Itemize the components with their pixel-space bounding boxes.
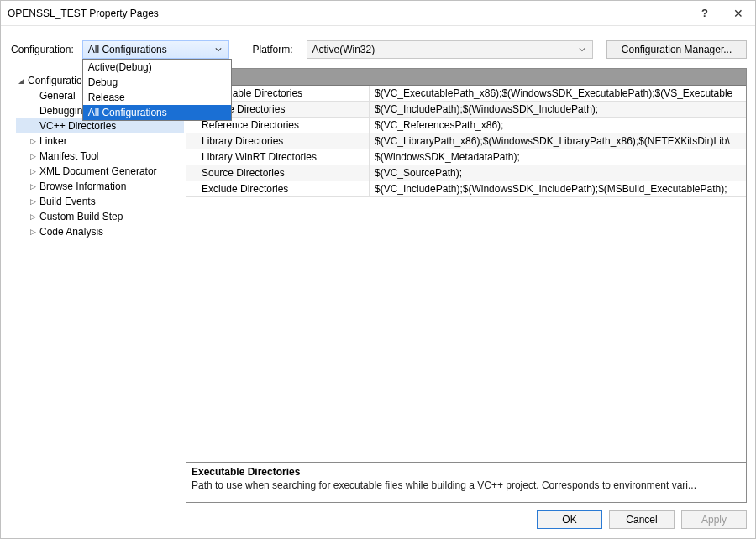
dialog-footer: OK Cancel Apply bbox=[1, 508, 755, 538]
expand-icon[interactable]: ▷ bbox=[28, 197, 38, 206]
description-panel: Executable Directories Path to use when … bbox=[186, 462, 746, 502]
grid-row[interactable]: Exclude Directories $(VC_IncludePath);$(… bbox=[186, 181, 746, 197]
group-header: Geneal bbox=[186, 69, 746, 86]
prop-name: Exclude Directories bbox=[186, 181, 370, 196]
prop-value[interactable]: $(VC_SourcePath); bbox=[370, 165, 746, 181]
prop-value[interactable]: $(VC_IncludePath);$(WindowsSDK_IncludePa… bbox=[370, 181, 746, 196]
property-pages-window: OPENSSL_TEST Property Pages ? ✕ Configur… bbox=[0, 0, 756, 539]
prop-value[interactable]: $(VC_IncludePath);$(WindowsSDK_IncludePa… bbox=[370, 102, 746, 117]
expand-icon[interactable]: ▷ bbox=[28, 228, 38, 236]
tree-item-build-events[interactable]: ▷Build Events bbox=[16, 194, 186, 209]
window-title: OPENSSL_TEST Property Pages bbox=[8, 8, 688, 19]
prop-name: Source Directories bbox=[186, 165, 370, 181]
title-bar: OPENSSL_TEST Property Pages ? ✕ bbox=[1, 1, 755, 26]
expand-icon[interactable]: ▷ bbox=[28, 182, 38, 191]
configuration-combo[interactable]: All Configurations Active(Debug) Debug R… bbox=[82, 40, 229, 59]
help-button[interactable]: ? bbox=[688, 1, 722, 26]
body: ◢ Configuration Properties General Debug… bbox=[1, 68, 755, 508]
configuration-value: All Configurations bbox=[88, 44, 167, 55]
description-title: Executable Directories bbox=[192, 466, 741, 478]
ok-button[interactable]: OK bbox=[537, 510, 602, 529]
expand-icon[interactable]: ▷ bbox=[28, 137, 38, 145]
platform-combo[interactable]: Active(Win32) bbox=[307, 40, 594, 59]
expand-icon[interactable]: ▷ bbox=[28, 152, 38, 160]
configuration-label: Configuration: bbox=[9, 44, 76, 55]
expand-icon[interactable]: ▷ bbox=[28, 212, 38, 221]
grid-row[interactable]: Source Directories $(VC_SourcePath); bbox=[186, 165, 746, 181]
prop-value[interactable]: $(VC_LibraryPath_x86);$(WindowsSDK_Libra… bbox=[370, 133, 746, 149]
tree-item-xml-doc-gen[interactable]: ▷XML Document Generator bbox=[16, 164, 186, 179]
cancel-button[interactable]: Cancel bbox=[609, 510, 675, 529]
grid-row[interactable]: Include Directories $(VC_IncludePath);$(… bbox=[186, 102, 746, 118]
collapse-icon[interactable]: ◢ bbox=[16, 76, 26, 85]
properties-panel: Geneal Executable Directories $(VC_Execu… bbox=[186, 68, 747, 503]
grid-row[interactable]: Executable Directories $(VC_ExecutablePa… bbox=[186, 86, 746, 102]
configuration-option[interactable]: Active(Debug) bbox=[83, 60, 231, 75]
prop-name: Library WinRT Directories bbox=[186, 149, 370, 165]
grid-row[interactable]: Library WinRT Directories $(WindowsSDK_M… bbox=[186, 149, 746, 165]
configuration-option[interactable]: Debug bbox=[83, 75, 231, 90]
tree-item-browse-info[interactable]: ▷Browse Information bbox=[16, 179, 186, 194]
configuration-option[interactable]: Release bbox=[83, 90, 231, 105]
grid-row[interactable]: Library Directories $(VC_LibraryPath_x86… bbox=[186, 133, 746, 149]
prop-value[interactable]: $(VC_ExecutablePath_x86);$(WindowsSDK_Ex… bbox=[370, 86, 746, 101]
config-bar: Configuration: All Configurations Active… bbox=[9, 38, 747, 61]
configuration-option[interactable]: All Configurations bbox=[83, 105, 231, 120]
close-button[interactable]: ✕ bbox=[722, 1, 755, 26]
nav-tree[interactable]: ◢ Configuration Properties General Debug… bbox=[16, 68, 186, 503]
tree-item-custom-build-step[interactable]: ▷Custom Build Step bbox=[16, 209, 186, 224]
properties-grid: Executable Directories $(VC_ExecutablePa… bbox=[186, 86, 746, 197]
tree-item-linker[interactable]: ▷Linker bbox=[16, 133, 186, 149]
configuration-manager-button[interactable]: Configuration Manager... bbox=[606, 40, 747, 59]
description-text: Path to use when searching for executabl… bbox=[192, 479, 741, 491]
expand-icon[interactable]: ▷ bbox=[28, 167, 38, 175]
prop-name: Library Directories bbox=[186, 133, 370, 149]
prop-value[interactable]: $(WindowsSDK_MetadataPath); bbox=[370, 149, 746, 165]
platform-value: Active(Win32) bbox=[312, 44, 375, 55]
tree-item-manifest-tool[interactable]: ▷Manifest Tool bbox=[16, 149, 186, 164]
configuration-dropdown: Active(Debug) Debug Release All Configur… bbox=[82, 59, 232, 121]
tree-item-code-analysis[interactable]: ▷Code Analysis bbox=[16, 224, 186, 239]
prop-value[interactable]: $(VC_ReferencesPath_x86); bbox=[370, 118, 746, 133]
platform-label: Platform: bbox=[251, 44, 295, 55]
apply-button[interactable]: Apply bbox=[681, 510, 747, 529]
grid-row[interactable]: Reference Directories $(VC_ReferencesPat… bbox=[186, 118, 746, 133]
